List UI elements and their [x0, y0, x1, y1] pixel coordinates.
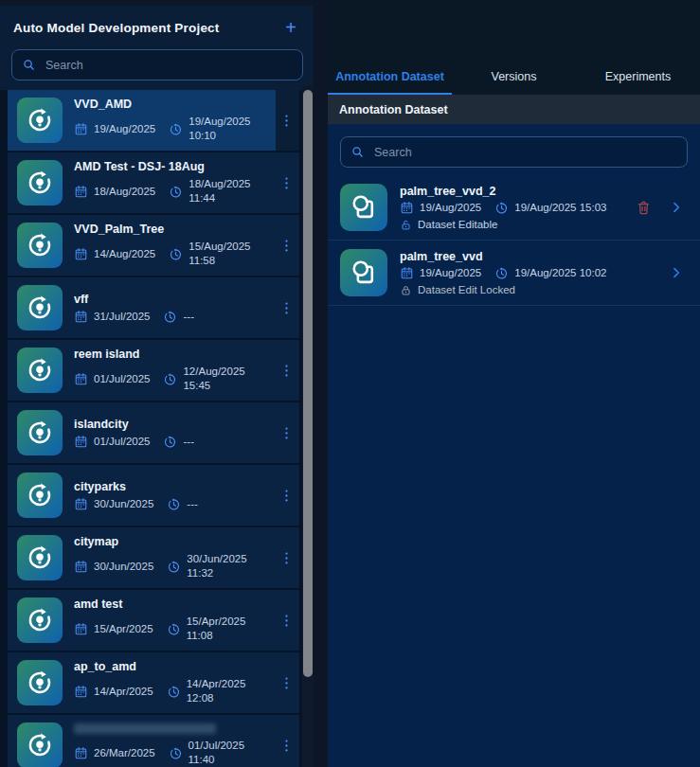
calendar-icon [74, 560, 88, 574]
modified-date: 18/Aug/2025 [188, 177, 250, 191]
model-list-item[interactable]: VVD_AMD 19/Aug/202519/Aug/202510:10 [8, 90, 299, 151]
modified-date: 12/Aug/2025 [183, 365, 244, 379]
delete-dataset-icon[interactable] [636, 200, 652, 216]
sidebar-title: Auto Model Development Project [13, 21, 280, 35]
dataset-search[interactable] [340, 136, 688, 168]
model-list-item[interactable]: cityparks 30/Jun/2025--- [8, 465, 299, 526]
dataset-name: palm_tree_vvd_2 [400, 185, 623, 198]
modified-time: 10:10 [188, 129, 250, 143]
created-date: 31/Jul/2025 [94, 311, 150, 322]
dataset-status-label: Dataset Editable [418, 219, 497, 230]
dataset-card[interactable]: palm_tree_vvd_2 19/Aug/202519/Aug/2025 1… [328, 175, 700, 241]
search-icon [350, 145, 365, 159]
model-icon [17, 535, 63, 580]
dataset-search-input[interactable] [372, 145, 677, 160]
model-list-item[interactable]: reem island 01/Jul/202512/Aug/202515:45 [8, 340, 299, 401]
kebab-menu-icon[interactable] [277, 550, 296, 566]
clock-icon [169, 122, 183, 136]
model-list-item[interactable]: islandcity 01/Jul/2025--- [8, 402, 299, 463]
sidebar-scrollbar[interactable] [302, 85, 314, 767]
modified-time: 11:58 [188, 254, 250, 268]
sidebar-search-input[interactable] [44, 58, 293, 73]
panel-divider [314, 0, 328, 767]
model-list-item[interactable]: AMD Test - DSJ- 18Aug 18/Aug/202518/Aug/… [8, 152, 299, 213]
modified-date: 14/Apr/2025 [187, 677, 246, 691]
redacted-model-name [74, 723, 216, 734]
created-date: 30/Jun/2025 [94, 561, 153, 572]
kebab-menu-icon[interactable] [277, 488, 296, 504]
clock-icon [169, 185, 183, 199]
clock-icon [494, 201, 509, 215]
dataset-icon [340, 184, 387, 231]
model-name: islandcity [74, 418, 277, 431]
tab-versions[interactable]: Versions [452, 61, 576, 95]
created-date: 01/Jul/2025 [94, 373, 150, 384]
sidebar-search[interactable] [11, 49, 303, 80]
scrollbar-thumb[interactable] [303, 90, 313, 677]
kebab-menu-icon[interactable] [277, 300, 296, 316]
kebab-menu-icon[interactable] [277, 175, 296, 191]
modified-datetime: 19/Aug/2025 15:03 [514, 202, 606, 213]
calendar-icon [74, 247, 88, 261]
calendar-icon [74, 685, 88, 699]
detail-panel-header-space [328, 0, 700, 61]
calendar-icon [74, 372, 88, 386]
kebab-menu-icon[interactable] [277, 675, 296, 691]
kebab-menu-icon[interactable] [277, 363, 296, 379]
modified-date: 15/Aug/2025 [188, 240, 250, 254]
created-date: 18/Aug/2025 [94, 186, 155, 197]
created-date: 15/Apr/2025 [94, 623, 153, 634]
modified-time: 11:40 [188, 753, 244, 767]
calendar-icon [74, 310, 88, 324]
model-list-item[interactable]: ap_to_amd 14/Apr/202514/Apr/202512:08 [8, 652, 299, 713]
created-date: 19/Aug/2025 [420, 202, 481, 213]
modified-time: 12:08 [187, 691, 246, 705]
model-icon [17, 473, 63, 518]
model-name: vff [74, 293, 277, 306]
kebab-menu-icon[interactable] [277, 425, 296, 441]
tab-bar: Annotation Dataset Versions Experiments [328, 61, 700, 95]
calendar-icon [400, 266, 414, 280]
lock-closed-icon [400, 284, 412, 296]
model-list-item[interactable]: citymap 30/Jun/202530/Jun/202511:32 [8, 527, 299, 588]
model-name: amd test [74, 598, 277, 611]
calendar-icon [74, 497, 88, 511]
model-name: AMD Test - DSJ- 18Aug [74, 160, 277, 173]
clock-icon [167, 685, 181, 699]
kebab-menu-icon[interactable] [277, 613, 296, 629]
tab-annotation-dataset[interactable]: Annotation Dataset [328, 61, 452, 95]
calendar-icon [74, 185, 88, 199]
model-list-item[interactable]: VVD_Palm_Tree 14/Aug/202515/Aug/202511:5… [8, 215, 299, 276]
calendar-icon [400, 201, 414, 215]
modified-time: 15:45 [183, 379, 244, 393]
created-date: 19/Aug/2025 [94, 123, 155, 134]
model-name: cityparks [74, 480, 277, 493]
kebab-menu-icon[interactable] [277, 738, 296, 754]
modified-datetime: 19/Aug/2025 10:02 [514, 267, 606, 278]
tab-experiments[interactable]: Experiments [576, 61, 700, 95]
clock-icon [163, 372, 177, 386]
modified-date: --- [183, 435, 194, 449]
modified-time: 11:08 [187, 629, 246, 643]
created-date: 26/Mar/2025 [94, 747, 155, 758]
chevron-right-icon[interactable] [670, 201, 683, 214]
model-icon [17, 285, 63, 330]
modified-date: --- [183, 310, 194, 324]
calendar-icon [74, 746, 88, 760]
model-list-item[interactable]: 26/Mar/202501/Jul/202511:40 [8, 715, 299, 767]
model-list-item[interactable]: amd test 15/Apr/202515/Apr/202511:08 [8, 590, 299, 651]
modified-date: 15/Apr/2025 [187, 615, 246, 629]
search-icon [22, 58, 36, 72]
clock-icon [169, 247, 183, 261]
project-sidebar: Auto Model Development Project + VVD_AMD… [0, 6, 314, 767]
dataset-content: palm_tree_vvd_2 19/Aug/202519/Aug/2025 1… [328, 124, 700, 767]
dataset-card[interactable]: palm_tree_vvd 19/Aug/202519/Aug/2025 10:… [328, 241, 700, 306]
dataset-name: palm_tree_vvd [400, 250, 657, 263]
model-list-item[interactable]: vff 31/Jul/2025--- [8, 277, 299, 338]
add-project-button[interactable]: + [280, 17, 301, 38]
created-date: 14/Apr/2025 [94, 686, 153, 697]
kebab-menu-icon[interactable] [277, 113, 296, 129]
chevron-right-icon[interactable] [670, 266, 683, 279]
kebab-menu-icon[interactable] [277, 238, 296, 254]
section-title: Annotation Dataset [328, 95, 700, 124]
